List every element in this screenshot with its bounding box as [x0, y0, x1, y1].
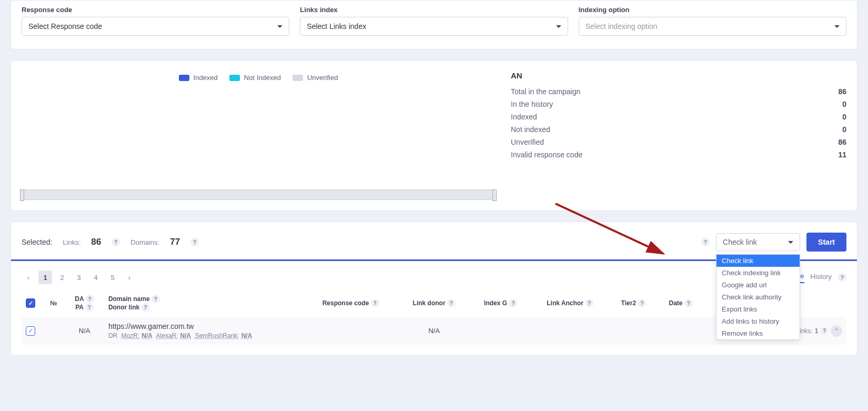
pager-page-1[interactable]: 1	[38, 270, 52, 284]
links-count: 86	[91, 237, 101, 247]
col-da-pa[interactable]: DA ? PA ?	[65, 289, 104, 317]
help-icon[interactable]: ?	[838, 273, 846, 282]
filters-card: Response code Select Response code Links…	[11, 0, 857, 49]
tab-history[interactable]: History	[811, 273, 832, 283]
pager-page-3[interactable]: 3	[72, 270, 86, 284]
legend-indexed[interactable]: Indexed	[179, 74, 218, 82]
summary-panel: AN Total in the campaign86 In the histor…	[511, 71, 846, 200]
select-response-code[interactable]: Select Response code	[22, 17, 289, 36]
cell-link-donor: N/A	[398, 317, 471, 345]
help-icon[interactable]: ?	[190, 238, 199, 246]
action-dropdown: Check link Check indexing link Google ad…	[716, 254, 800, 340]
stat-row: Invalid response code11	[511, 148, 846, 161]
metric-mozr[interactable]: MozR:N/A	[122, 332, 153, 339]
metric-alexar[interactable]: AlexaR:N/A	[156, 332, 191, 339]
row-links-count: Links:1 ?	[796, 327, 829, 335]
stat-row: Unverified86	[511, 136, 846, 148]
row-url[interactable]: https://www.gamer.com.tw	[108, 322, 300, 330]
filter-links-index: Links index Select Links index	[300, 1, 568, 36]
summary-title: AN	[511, 71, 846, 80]
domains-label: Domains:	[130, 238, 159, 246]
chart-summary-card: Indexed Not Indexed Unverified AN Total …	[11, 60, 857, 211]
dropdown-item-remove-links[interactable]: Remove links	[716, 327, 800, 339]
col-no[interactable]: №	[43, 289, 65, 317]
dropdown-item-check-link[interactable]: Check link	[716, 255, 800, 267]
filter-label: Response code	[22, 6, 289, 14]
col-link-donor[interactable]: Link donor ?	[398, 289, 471, 317]
stat-row: Not indexed0	[511, 123, 846, 136]
row-expand-button[interactable]: ⌃	[831, 325, 842, 337]
stat-row: Indexed0	[511, 111, 846, 123]
help-icon[interactable]: ?	[85, 303, 94, 312]
col-tier2[interactable]: Tier2 ?	[610, 289, 658, 317]
dropdown-item-add-links-to-history[interactable]: Add links to history	[716, 315, 800, 327]
col-response-code[interactable]: Response code ?	[304, 289, 398, 317]
select-all-checkbox[interactable]: ✓	[26, 298, 35, 308]
metric-semrush[interactable]: SemRushRank:N/A	[195, 332, 253, 339]
legend-not-indexed[interactable]: Not Indexed	[229, 74, 281, 82]
help-icon[interactable]: ?	[684, 299, 693, 307]
help-icon[interactable]: ?	[152, 295, 160, 303]
pager-page-5[interactable]: 5	[106, 270, 119, 284]
dropdown-item-google-add-url[interactable]: Google add url	[716, 279, 800, 291]
pager-prev[interactable]: ‹	[22, 270, 35, 284]
col-index-g[interactable]: Index G ?	[471, 289, 531, 317]
legend-swatch-indexed	[179, 75, 189, 81]
col-domain-donor[interactable]: Domain name ? Donor link ?	[104, 289, 304, 317]
help-icon[interactable]: ?	[142, 303, 150, 312]
select-links-index[interactable]: Select Links index	[300, 17, 568, 36]
chevron-down-icon	[277, 25, 282, 28]
range-handle-left[interactable]	[20, 189, 24, 201]
start-button[interactable]: Start	[806, 233, 846, 252]
cell-domain: https://www.gamer.com.tw DR MozR:N/A Ale…	[104, 317, 304, 345]
selection-bar: Selected: Links: 86 ? Domains: 77 ? ? Ch…	[22, 233, 846, 252]
stat-row: In the history0	[511, 98, 846, 111]
col-link-anchor[interactable]: Link Anchor ?	[531, 289, 610, 317]
help-icon[interactable]: ?	[585, 299, 593, 307]
legend-swatch-unverified	[292, 75, 303, 81]
help-icon[interactable]: ?	[86, 295, 94, 303]
legend-unverified[interactable]: Unverified	[292, 74, 338, 82]
dropdown-item-check-indexing-link[interactable]: Check indexing link	[716, 267, 800, 279]
chevron-down-icon	[834, 25, 840, 28]
filter-label: Links index	[300, 6, 568, 14]
filter-indexing-option: Indexing option Select indexing option	[579, 1, 846, 36]
chart-area: Indexed Not Indexed Unverified	[22, 71, 495, 200]
help-icon[interactable]: ?	[509, 299, 517, 307]
pager-page-4[interactable]: 4	[89, 270, 103, 284]
range-handle-right[interactable]	[492, 189, 497, 201]
row-checkbox[interactable]: ✓	[26, 326, 35, 336]
dropdown-item-export-links[interactable]: Export links	[716, 303, 800, 315]
domains-count: 77	[170, 237, 180, 247]
help-icon[interactable]: ?	[112, 238, 120, 246]
chevron-down-icon	[556, 25, 561, 28]
dropdown-item-check-link-authority[interactable]: Check link authority	[716, 291, 800, 303]
action-select[interactable]: Check link	[716, 233, 800, 251]
action-card: Selected: Links: 86 ? Domains: 77 ? ? Ch…	[11, 222, 857, 356]
filter-label: Indexing option	[579, 6, 846, 14]
cell-dapa: N/A	[65, 317, 104, 345]
chart-legend: Indexed Not Indexed Unverified	[22, 71, 495, 84]
help-icon[interactable]: ?	[820, 327, 829, 335]
chevron-down-icon	[788, 241, 793, 244]
col-date[interactable]: Date ?	[658, 289, 704, 317]
filter-response-code: Response code Select Response code	[22, 1, 289, 36]
chart-range-slider[interactable]	[22, 189, 495, 200]
help-icon[interactable]: ?	[371, 299, 379, 307]
selected-label: Selected:	[22, 238, 52, 246]
stat-row: Total in the campaign86	[511, 85, 846, 98]
select-indexing-option[interactable]: Select indexing option	[579, 17, 846, 36]
help-icon[interactable]: ?	[701, 238, 710, 246]
legend-swatch-not-indexed	[229, 75, 240, 81]
pager-next[interactable]: ›	[123, 270, 136, 284]
help-icon[interactable]: ?	[638, 299, 646, 307]
help-icon[interactable]: ?	[447, 299, 456, 307]
links-label: Links:	[63, 238, 80, 246]
pager: ‹ 1 2 3 4 5 ›	[22, 270, 136, 284]
pager-page-2[interactable]: 2	[55, 270, 69, 284]
